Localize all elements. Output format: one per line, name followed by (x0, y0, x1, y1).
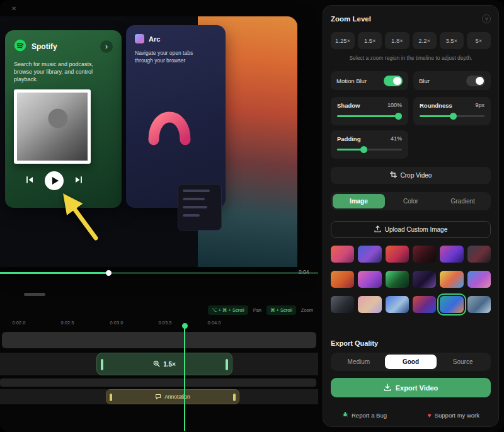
zoom-shortcut-label: Zoom (301, 307, 313, 313)
wallpaper-thumbnail[interactable] (331, 271, 354, 288)
playhead-knob[interactable] (182, 323, 188, 329)
blur-row: Blur (413, 71, 491, 90)
wallpaper-thumbnail[interactable] (413, 271, 436, 288)
blur-label: Blur (419, 77, 430, 84)
quality-medium[interactable]: Medium (333, 355, 385, 369)
padding-label: Padding (337, 135, 360, 142)
next-track-icon[interactable] (74, 175, 83, 186)
ruler-tick-label: 0:02.0 (13, 320, 26, 326)
crop-video-button[interactable]: Crop Video (331, 167, 491, 184)
shadow-slider[interactable] (337, 113, 402, 120)
zoom-segment-label: 1.5× (163, 361, 176, 368)
spotify-logo-icon (14, 39, 26, 54)
arc-card-title: Arc (149, 35, 160, 43)
wallpaper-thumbnail[interactable] (440, 296, 463, 313)
video-clip-track[interactable] (2, 332, 316, 348)
shadow-label: Shadow (337, 102, 360, 109)
ruler-tick-label: 0:03.0 (110, 320, 123, 326)
playback-duration: 0:04 (299, 269, 309, 275)
segment-left-handle[interactable] (101, 359, 103, 370)
quality-source[interactable]: Source (437, 355, 489, 369)
timeline-ruler[interactable]: 0:02.0 0:02.5 0:03.0 0:03.5 0:04.0 (0, 320, 318, 327)
wallpaper-thumbnail[interactable] (413, 246, 436, 263)
pan-shortcut-badge: ⌥ + ⌘ + Scroll (208, 305, 248, 315)
zoom-option-button[interactable]: 3.5× (440, 32, 464, 49)
wallpaper-thumbnail[interactable] (331, 246, 354, 263)
arc-logo-icon (135, 34, 144, 43)
zoom-option-button[interactable]: 5× (467, 32, 491, 49)
wallpaper-thumbnail[interactable] (467, 296, 491, 313)
spotify-card-title: Spotify (32, 42, 95, 51)
zoom-option-button[interactable]: 1.8× (385, 32, 409, 49)
tab-color[interactable]: Color (385, 194, 437, 208)
secondary-track[interactable] (0, 378, 316, 387)
annotation-segment-label: Annotation (164, 394, 190, 400)
tab-image[interactable]: Image (333, 194, 385, 208)
segment-left-handle[interactable] (110, 394, 112, 401)
annotation-segment[interactable]: Annotation (106, 389, 239, 404)
arc-card: Arc Navigate your open tabs through your… (126, 25, 226, 208)
export-video-button[interactable]: Export Video (331, 378, 491, 397)
magnifier-plus-icon (153, 358, 160, 370)
padding-slider[interactable] (337, 146, 402, 153)
background-type-tabs: Image Color Gradient (331, 192, 491, 210)
wallpaper-thumbnail[interactable] (467, 271, 491, 288)
zoom-segment[interactable]: 1.5× (96, 353, 232, 375)
zoom-option-button[interactable]: 2.2× (413, 32, 437, 49)
upload-custom-image-button[interactable]: Upload Custom Image (331, 221, 491, 238)
play-button[interactable] (45, 171, 64, 190)
ruler-tick-label: 0:04.0 (208, 320, 221, 326)
zoom-option-button[interactable]: 1.25× (331, 32, 355, 49)
wallpaper-thumbnail[interactable] (386, 296, 409, 313)
wallpaper-grid (331, 246, 491, 313)
roundness-value: 9px (475, 102, 484, 109)
wallpaper-thumbnail[interactable] (386, 246, 409, 263)
padding-slider-card: Padding 41% (331, 130, 408, 159)
context-menu-popup (178, 184, 222, 230)
segment-right-handle[interactable] (233, 394, 236, 401)
chevron-right-button[interactable]: › (100, 40, 113, 53)
wallpaper-thumbnail[interactable] (358, 271, 381, 288)
wallpaper-thumbnail[interactable] (413, 296, 436, 313)
support-link[interactable]: ♥ Support my work (428, 412, 479, 419)
quality-good[interactable]: Good (385, 355, 437, 369)
shadow-slider-card: Shadow 100% (331, 97, 408, 125)
playhead[interactable] (184, 326, 185, 431)
playback-progress-knob[interactable] (106, 270, 112, 276)
export-quality-control: Medium Good Source (331, 353, 491, 371)
heart-icon: ♥ (428, 412, 432, 419)
app-corner-icon: ✕ (11, 5, 16, 12)
download-icon (384, 384, 391, 392)
export-quality-title: Export Quality (331, 339, 491, 347)
wallpaper-thumbnail[interactable] (440, 271, 463, 288)
tab-gradient[interactable]: Gradient (437, 194, 489, 208)
zoom-caption: Select a zoom region in the timeline to … (331, 55, 491, 61)
speech-bubble-icon (155, 391, 161, 402)
pan-shortcut-label: Pan (253, 307, 261, 313)
wallpaper-thumbnail[interactable] (386, 271, 409, 288)
padding-value: 41% (391, 135, 402, 142)
zoom-option-button[interactable]: 1.5× (358, 32, 382, 49)
export-video-label: Export Video (396, 384, 438, 392)
wallpaper-thumbnail[interactable] (467, 246, 491, 263)
playback-progress-bar[interactable] (0, 272, 318, 274)
wallpaper-thumbnail[interactable] (358, 296, 381, 313)
report-bug-link[interactable]: Report a Bug (342, 411, 387, 419)
help-icon[interactable]: ? (482, 14, 491, 23)
segment-right-handle[interactable] (226, 359, 228, 370)
motion-blur-toggle[interactable] (384, 76, 403, 86)
previous-track-icon[interactable] (25, 175, 35, 186)
roundness-slider[interactable] (420, 113, 484, 120)
panel-resize-handle[interactable] (24, 293, 45, 296)
annotation-track: Annotation (0, 389, 318, 404)
video-preview[interactable]: Spotify › Search for music and podcasts,… (0, 16, 297, 267)
wallpaper-thumbnail[interactable] (440, 246, 463, 263)
arc-large-logo (141, 94, 198, 154)
blur-toggle[interactable] (466, 76, 485, 86)
wallpaper-thumbnail[interactable] (331, 296, 354, 313)
bug-icon (342, 411, 348, 419)
upload-icon (374, 225, 381, 234)
wallpaper-thumbnail[interactable] (358, 246, 381, 263)
ruler-tick-label: 0:03.5 (159, 320, 172, 326)
app-window: ✕ Spotify › Search for music and podcast… (0, 0, 504, 432)
